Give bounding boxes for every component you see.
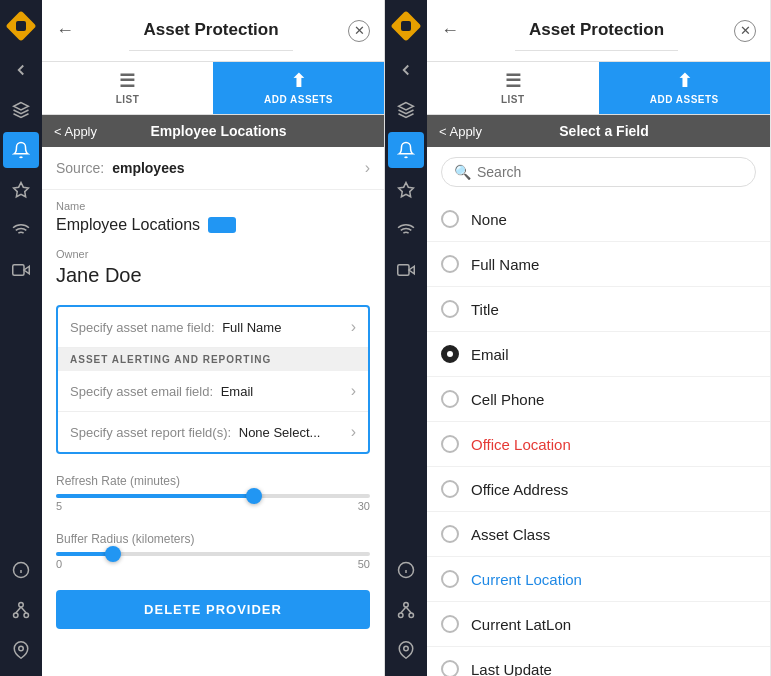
left-close-button[interactable]: ✕ bbox=[348, 20, 370, 42]
svg-point-10 bbox=[24, 613, 29, 618]
field-option-3[interactable]: Email bbox=[427, 332, 770, 377]
tab-add-assets-left[interactable]: ⬆ ADD ASSETS bbox=[213, 62, 384, 114]
field-label-5: Office Location bbox=[471, 436, 571, 453]
map-pin-icon[interactable] bbox=[3, 632, 39, 668]
name-value-row: Employee Locations bbox=[56, 216, 370, 234]
left-apply-back[interactable]: < Apply bbox=[54, 124, 97, 139]
tab-list-right[interactable]: ☰ LIST bbox=[427, 62, 599, 114]
refresh-max: 30 bbox=[358, 500, 370, 512]
network-icon[interactable] bbox=[3, 592, 39, 628]
bell-icon[interactable] bbox=[3, 132, 39, 168]
search-box[interactable]: 🔍 bbox=[441, 157, 756, 187]
field-label-9: Current LatLon bbox=[471, 616, 571, 633]
asset-email-row[interactable]: Specify asset email field: Email › bbox=[58, 371, 368, 412]
tab-add-assets-right[interactable]: ⬆ ADD ASSETS bbox=[599, 62, 771, 114]
left-panel-content: Source: employees › Name Employee Locati… bbox=[42, 147, 384, 676]
field-option-5[interactable]: Office Location bbox=[427, 422, 770, 467]
right-map-pin-icon[interactable] bbox=[388, 632, 424, 668]
left-sidebar bbox=[0, 0, 42, 676]
right-back-arrow[interactable]: ← bbox=[441, 20, 459, 41]
right-panel: ← Asset Protection ✕ ☰ LIST ⬆ ADD ASSETS… bbox=[427, 0, 770, 676]
buffer-max: 50 bbox=[358, 558, 370, 570]
field-label-1: Full Name bbox=[471, 256, 539, 273]
right-signal-icon[interactable] bbox=[388, 212, 424, 248]
right-apply-back[interactable]: < Apply bbox=[439, 124, 482, 139]
search-icon: 🔍 bbox=[454, 164, 471, 180]
right-layers-icon[interactable] bbox=[388, 92, 424, 128]
left-panel-title: Asset Protection bbox=[129, 10, 292, 51]
field-label-10: Last Update bbox=[471, 661, 552, 677]
right-info-icon[interactable] bbox=[388, 552, 424, 588]
right-camera-icon[interactable] bbox=[388, 252, 424, 288]
field-option-10[interactable]: Last Update bbox=[427, 647, 770, 676]
field-option-2[interactable]: Title bbox=[427, 287, 770, 332]
refresh-rate-label: Refresh Rate (minutes) bbox=[56, 474, 370, 488]
layers-icon[interactable] bbox=[3, 92, 39, 128]
radio-1 bbox=[441, 255, 459, 273]
source-row[interactable]: Source: employees › bbox=[42, 147, 384, 190]
asset-name-chevron: › bbox=[351, 318, 356, 336]
left-subheader-title: Employee Locations bbox=[105, 123, 332, 139]
name-label: Name bbox=[56, 200, 370, 212]
asset-report-row[interactable]: Specify asset report field(s): None Sele… bbox=[58, 412, 368, 452]
radio-0 bbox=[441, 210, 459, 228]
svg-point-27 bbox=[404, 646, 409, 651]
svg-point-8 bbox=[19, 603, 24, 608]
asset-report-key: Specify asset report field(s): None Sele… bbox=[70, 425, 320, 440]
right-diamond-icon[interactable] bbox=[388, 8, 424, 44]
refresh-rate-slider[interactable] bbox=[56, 494, 370, 498]
name-field-group: Name Employee Locations bbox=[42, 190, 384, 238]
left-subheader: < Apply Employee Locations bbox=[42, 115, 384, 147]
field-option-6[interactable]: Office Address bbox=[427, 467, 770, 512]
field-option-8[interactable]: Current Location bbox=[427, 557, 770, 602]
field-option-0[interactable]: None bbox=[427, 197, 770, 242]
field-option-4[interactable]: Cell Phone bbox=[427, 377, 770, 422]
buffer-min: 0 bbox=[56, 558, 62, 570]
asset-name-row[interactable]: Specify asset name field: Full Name › bbox=[58, 307, 368, 348]
buffer-radius-slider[interactable] bbox=[56, 552, 370, 556]
signal-icon[interactable] bbox=[3, 212, 39, 248]
tab-list-left[interactable]: ☰ LIST bbox=[42, 62, 213, 114]
upload-icon-right: ⬆ bbox=[677, 70, 693, 92]
upload-icon-left: ⬆ bbox=[291, 70, 307, 92]
right-panel-title: Asset Protection bbox=[515, 10, 678, 51]
radio-9 bbox=[441, 615, 459, 633]
asset-name-key: Specify asset name field: Full Name bbox=[70, 320, 281, 335]
camera-icon[interactable] bbox=[3, 252, 39, 288]
source-label: Source: employees bbox=[56, 160, 185, 176]
owner-value: Jane Doe bbox=[56, 264, 370, 287]
delete-provider-button[interactable]: DELETE PROVIDER bbox=[56, 590, 370, 629]
list-icon-left: ☰ bbox=[119, 70, 136, 92]
right-back-nav-icon[interactable] bbox=[388, 52, 424, 88]
field-option-9[interactable]: Current LatLon bbox=[427, 602, 770, 647]
right-network-icon[interactable] bbox=[388, 592, 424, 628]
name-badge bbox=[208, 217, 236, 233]
back-nav-icon[interactable] bbox=[3, 52, 39, 88]
right-tabs: ☰ LIST ⬆ ADD ASSETS bbox=[427, 62, 770, 115]
left-panel: ← Asset Protection ✕ ☰ LIST ⬆ ADD ASSETS… bbox=[42, 0, 385, 676]
svg-rect-18 bbox=[398, 265, 409, 276]
svg-rect-4 bbox=[13, 265, 24, 276]
refresh-min: 5 bbox=[56, 500, 62, 512]
star-icon[interactable] bbox=[3, 172, 39, 208]
field-option-1[interactable]: Full Name bbox=[427, 242, 770, 287]
svg-line-11 bbox=[16, 607, 21, 613]
radio-3 bbox=[441, 345, 459, 363]
search-input[interactable] bbox=[477, 164, 743, 180]
svg-marker-3 bbox=[24, 266, 29, 274]
owner-label: Owner bbox=[56, 248, 370, 260]
buffer-radius-label: Buffer Radius (kilometers) bbox=[56, 532, 370, 546]
field-label-4: Cell Phone bbox=[471, 391, 544, 408]
right-bell-icon[interactable] bbox=[388, 132, 424, 168]
field-option-7[interactable]: Asset Class bbox=[427, 512, 770, 557]
right-subheader-title: Select a Field bbox=[490, 123, 718, 139]
radio-10 bbox=[441, 660, 459, 676]
svg-point-9 bbox=[14, 613, 19, 618]
info-icon[interactable] bbox=[3, 552, 39, 588]
right-star-icon[interactable] bbox=[388, 172, 424, 208]
radio-5 bbox=[441, 435, 459, 453]
svg-marker-1 bbox=[14, 183, 29, 197]
left-back-arrow[interactable]: ← bbox=[56, 20, 74, 41]
diamond-icon[interactable] bbox=[3, 8, 39, 44]
right-close-button[interactable]: ✕ bbox=[734, 20, 756, 42]
